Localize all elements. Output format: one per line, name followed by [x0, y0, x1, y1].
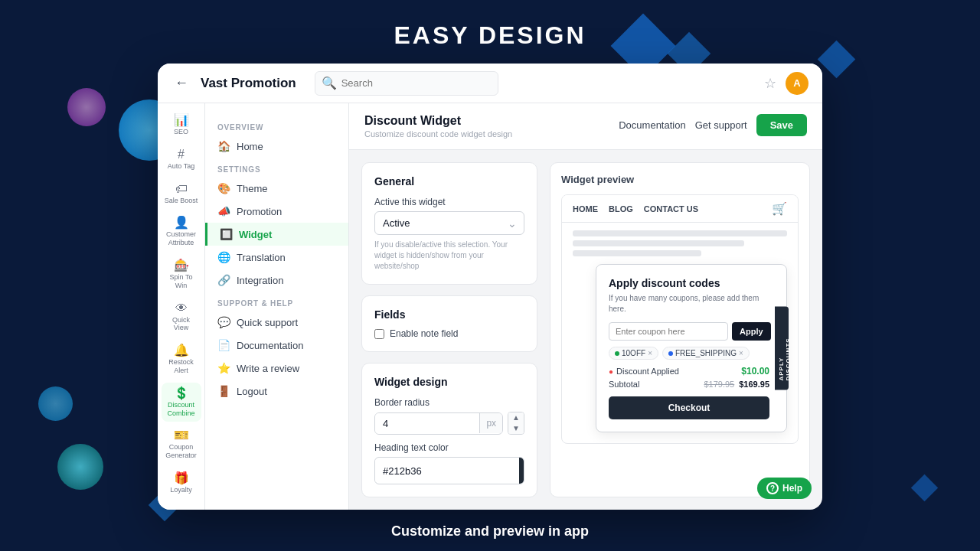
coupon-generator-icon: 🎫 — [174, 429, 189, 442]
customer-attr-icon: 👤 — [174, 217, 189, 229]
nav-item-write-review[interactable]: ⭐ Write a review — [205, 357, 348, 380]
coupon-tag-label-10off: 10OFF — [622, 349, 645, 357]
nav-item-widget[interactable]: 🔲 Widget — [205, 223, 348, 246]
coupon-tag-close-free-shipping[interactable]: × — [739, 349, 743, 357]
nav-item-translation[interactable]: 🌐 Translation — [205, 246, 348, 269]
auto-tag-icon: # — [178, 148, 185, 161]
sidebar-item-coupon-generator[interactable]: 🎫 Coupon Generator — [162, 425, 201, 465]
checkout-button[interactable]: Checkout — [609, 396, 769, 419]
translation-nav-icon: 🌐 — [217, 251, 230, 263]
sidebar-item-auto-tag[interactable]: # Auto Tag — [162, 144, 201, 175]
nav-label-logout: Logout — [237, 386, 267, 397]
subtotal-current-price: $169.95 — [739, 380, 769, 389]
sidebar-item-quick-view[interactable]: 👁 Quick View — [162, 298, 201, 337]
sidebar-label-discount-combine: Discount Combine — [165, 401, 198, 418]
active-widget-helper: If you disable/active this selection. Yo… — [374, 240, 524, 272]
documentation-button[interactable]: Documentation — [619, 119, 685, 131]
widget-design-title: Widget design — [374, 376, 524, 388]
left-panel: General Active this widget Active Inacti… — [361, 162, 537, 497]
apply-button[interactable]: Apply — [732, 322, 771, 341]
sidebar-item-customer-attr[interactable]: 👤 Customer Attribute — [162, 212, 201, 252]
sidebar-item-loyalty[interactable]: 🎁 Loyalty — [162, 468, 201, 499]
heading-color-row — [374, 457, 524, 484]
discount-dot-icon: ● — [609, 367, 613, 376]
nav-item-home[interactable]: 🏠 Home — [205, 135, 348, 158]
sidebar-item-spin-to-win[interactable]: 🎰 Spin To Win — [162, 255, 201, 295]
border-radius-input-wrapper: px — [374, 412, 503, 435]
coupon-tag-dot-blue — [668, 351, 673, 356]
ph-line — [573, 250, 701, 256]
coupon-tag-10off: 10OFF × — [609, 347, 658, 360]
placeholder-lines-top — [573, 230, 787, 256]
ph-line — [573, 240, 744, 246]
nav-label-integration: Integration — [237, 275, 283, 286]
quick-support-nav-icon: 💬 — [217, 316, 230, 328]
favorite-icon[interactable]: ☆ — [764, 75, 776, 92]
enable-note-checkbox[interactable] — [374, 329, 384, 339]
discount-widget-desc: If you have many coupons, please add the… — [609, 293, 769, 315]
nav-label-write-review: Write a review — [237, 363, 299, 374]
user-avatar[interactable]: A — [786, 72, 808, 95]
get-support-button[interactable]: Get support — [695, 119, 747, 131]
nav-label-documentation: Documentation — [237, 340, 303, 351]
spin-to-win-icon: 🎰 — [174, 259, 189, 272]
apply-discounts-tab[interactable]: APPLY DISCOUNTS — [775, 307, 789, 390]
loyalty-icon: 🎁 — [174, 472, 189, 484]
discount-amount: $10.00 — [741, 366, 769, 377]
coupon-tag-dot-green — [615, 351, 619, 356]
content-body: General Active this widget Active Inacti… — [349, 150, 822, 510]
border-radius-input[interactable] — [375, 413, 479, 434]
help-button[interactable]: ? Help — [757, 478, 812, 499]
main-layout: 📊 SEO # Auto Tag 🏷 Sale Boost 👤 Customer… — [158, 103, 822, 510]
sidebar-item-discount-combine[interactable]: 💲 Discount Combine — [162, 383, 201, 422]
topbar: ← Vast Promotion 🔍 ☆ A — [158, 64, 822, 103]
back-button[interactable]: ← — [172, 72, 191, 94]
nav-item-promotion[interactable]: 📣 Promotion — [205, 200, 348, 223]
sidebar-item-seo[interactable]: 📊 SEO — [162, 109, 201, 141]
fields-card-title: Fields — [374, 308, 524, 321]
general-card-title: General — [374, 175, 524, 187]
sidebar-item-sale-boost[interactable]: 🏷 Sale Boost — [162, 178, 201, 210]
nav-label-theme: Theme — [237, 183, 267, 194]
subtotal-label: Subtotal — [609, 380, 639, 389]
nav-item-theme[interactable]: 🎨 Theme — [205, 177, 348, 200]
active-widget-select[interactable]: Active Inactive — [374, 211, 524, 235]
widget-nav-icon: 🔲 — [220, 228, 233, 240]
mock-browser: HOME BLOG CONTACT US 🛒 — [561, 194, 799, 444]
search-input[interactable] — [341, 77, 492, 89]
enable-note-label[interactable]: Enable note field — [390, 328, 458, 339]
content-header-right: Documentation Get support Save — [619, 114, 807, 136]
mock-nav-blog: BLOG — [609, 204, 633, 214]
border-radius-up-button[interactable]: ▲ — [508, 412, 524, 423]
coupon-tag-close-10off[interactable]: × — [648, 349, 652, 357]
fields-card: Fields Enable note field — [361, 295, 537, 352]
nav-label-home: Home — [237, 141, 263, 152]
sidebar-label-auto-tag: Auto Tag — [168, 162, 194, 171]
sidebar-label-quick-view: Quick View — [165, 316, 198, 333]
nav-item-integration[interactable]: 🔗 Integration — [205, 269, 348, 292]
coupon-tag-label-free-shipping: FREE_SHIPPING — [675, 349, 737, 357]
nav-item-documentation[interactable]: 📄 Documentation — [205, 334, 348, 357]
write-review-nav-icon: ⭐ — [217, 362, 230, 374]
heading-color-input[interactable] — [375, 460, 519, 482]
sidebar-label-coupon-generator: Coupon Generator — [165, 443, 198, 460]
page-title: EASY DESIGN — [394, 21, 586, 50]
heading-color-label: Heading text color — [374, 442, 524, 453]
sidebar-item-restock-alert[interactable]: 🔔 Restock Alert — [162, 340, 201, 380]
integration-nav-icon: 🔗 — [217, 274, 230, 286]
app-window: ← Vast Promotion 🔍 ☆ A 📊 SEO # Auto Tag … — [158, 64, 822, 510]
border-radius-down-button[interactable]: ▼ — [508, 423, 524, 434]
quick-view-icon: 👁 — [175, 302, 188, 315]
logout-nav-icon: 🚪 — [217, 385, 230, 397]
nav-label-widget: Widget — [239, 229, 272, 240]
heading-color-swatch[interactable] — [519, 458, 524, 484]
sidebar-label-sale-boost: Sale Boost — [165, 197, 198, 205]
border-radius-row: px ▲ ▼ — [374, 412, 524, 435]
nav-item-logout[interactable]: 🚪 Logout — [205, 380, 348, 403]
save-button[interactable]: Save — [756, 114, 807, 136]
coupon-input[interactable] — [609, 322, 728, 341]
subtotal-original-price: $179.95 — [704, 380, 734, 389]
nav-item-quick-support[interactable]: 💬 Quick support — [205, 311, 348, 334]
discount-applied-row: ● Discount Applied $10.00 — [609, 366, 769, 377]
search-icon: 🔍 — [322, 76, 337, 90]
